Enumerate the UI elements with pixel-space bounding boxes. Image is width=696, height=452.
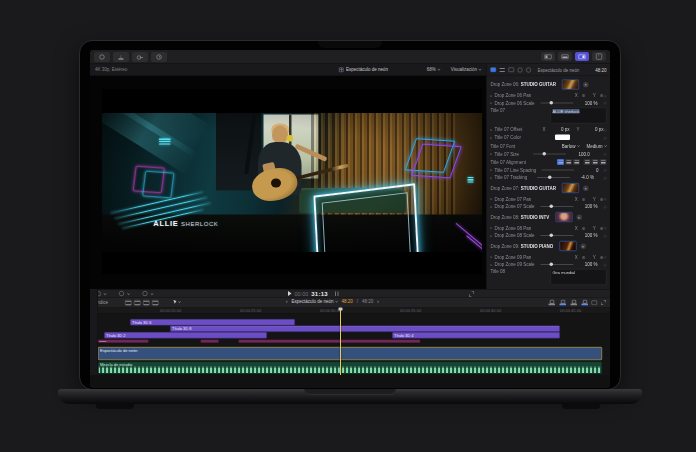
disclosure-icon[interactable]: ▸ xyxy=(491,197,494,201)
browser-layout-button[interactable] xyxy=(541,52,555,61)
disclosure-icon[interactable]: ▸ xyxy=(491,226,494,230)
timeline-project-menu[interactable]: Espectáculo de neón xyxy=(292,299,338,304)
playhead-handle[interactable] xyxy=(339,308,343,311)
keyframe-icon[interactable]: ◇ xyxy=(603,233,606,238)
zoom-menu[interactable]: 68% xyxy=(427,67,440,72)
param-slider[interactable] xyxy=(537,177,570,178)
slider-thumb[interactable] xyxy=(550,101,554,105)
view-menu[interactable]: Visualización xyxy=(451,67,481,72)
keyframe-icon[interactable]: ◇ xyxy=(603,135,606,140)
timeline-clip[interactable]: Pantalla xyxy=(98,340,149,343)
keyframe-icon[interactable]: ◇ xyxy=(603,101,606,106)
append-edit-button[interactable] xyxy=(571,300,578,306)
dropzone-thumbnail[interactable] xyxy=(559,241,576,251)
clip-appearance-icon[interactable] xyxy=(143,300,150,306)
timeline-clip[interactable]: Espectáculo de neón xyxy=(98,347,602,360)
pan-x-control-icon[interactable]: ⊕ xyxy=(582,225,586,230)
playhead[interactable] xyxy=(340,308,341,375)
video-inspector-icon[interactable] xyxy=(491,68,497,73)
video-canvas[interactable]: ALLIESHERLOCK xyxy=(102,89,482,274)
tool-select-menu[interactable] xyxy=(174,300,181,304)
disclosure-icon[interactable]: ▸ xyxy=(491,168,494,172)
clear-media-icon[interactable]: × xyxy=(580,243,586,249)
text-field[interactable]: Gira mundial xyxy=(551,269,607,285)
align-button[interactable] xyxy=(565,159,572,165)
align-button[interactable] xyxy=(584,159,591,165)
keyframe-icon[interactable]: ◇ xyxy=(603,152,606,157)
insert-edit-button[interactable] xyxy=(560,300,567,306)
slider-thumb[interactable] xyxy=(550,262,554,266)
keyframe-icon[interactable]: ◇ xyxy=(603,204,606,209)
timer-menu-button[interactable] xyxy=(143,291,154,296)
param-slider[interactable] xyxy=(540,235,573,236)
forward-button[interactable]: › xyxy=(377,299,379,304)
dropzone-thumbnail[interactable] xyxy=(555,212,572,222)
zoom-fit-icon[interactable] xyxy=(601,300,606,305)
keyframe-icon[interactable]: ◇ xyxy=(603,255,606,260)
generator-inspector-icon[interactable] xyxy=(509,68,515,73)
back-button[interactable]: ‹ xyxy=(286,299,288,304)
import-media-button[interactable] xyxy=(113,52,129,62)
font-family-popup[interactable]: Barlow xyxy=(562,143,580,148)
pan-x-control-icon[interactable]: ⊕ xyxy=(582,196,586,201)
slider-thumb[interactable] xyxy=(550,204,554,208)
timeline-display-icon[interactable] xyxy=(592,300,598,305)
keyframe-icon[interactable]: ◇ xyxy=(603,127,606,132)
disclosure-icon[interactable]: ▸ xyxy=(491,127,494,131)
clear-media-icon[interactable]: × xyxy=(576,214,582,220)
disclosure-icon[interactable]: ▸ xyxy=(491,93,494,97)
pan-x-control-icon[interactable]: ⊕ xyxy=(582,254,586,259)
disclosure-icon[interactable]: ▸ xyxy=(491,262,494,266)
param-slider[interactable] xyxy=(540,264,573,265)
share-button[interactable] xyxy=(592,52,606,61)
audio-inspector-icon[interactable] xyxy=(518,67,523,72)
keyframe-icon[interactable]: ◇ xyxy=(603,226,606,231)
timeline-layout-button[interactable] xyxy=(558,52,572,61)
clip-appearance-icon[interactable] xyxy=(134,300,141,306)
keyframe-icon[interactable]: ◇ xyxy=(603,262,606,267)
slider-thumb[interactable] xyxy=(543,152,547,156)
align-button[interactable] xyxy=(557,159,564,165)
slider-thumb[interactable] xyxy=(548,175,552,179)
font-weight-popup[interactable]: Medium xyxy=(586,143,606,148)
disclosure-icon[interactable]: ▸ xyxy=(491,204,494,208)
param-slider[interactable] xyxy=(541,169,574,170)
fit-to-window-icon[interactable] xyxy=(469,292,474,297)
timeline-clip[interactable]: Mezcla de estudio xyxy=(98,362,602,375)
disclosure-icon[interactable]: ▸ xyxy=(491,101,494,105)
align-button[interactable] xyxy=(573,159,580,165)
timeline-clip[interactable]: Título 3D 2 xyxy=(104,332,267,339)
param-slider[interactable] xyxy=(533,153,566,154)
overwrite-edit-button[interactable] xyxy=(582,300,589,306)
align-button[interactable] xyxy=(592,159,599,165)
inspector-layout-button[interactable] xyxy=(575,52,589,61)
connect-edit-button[interactable] xyxy=(549,300,556,306)
disclosure-icon[interactable]: ▸ xyxy=(491,255,494,259)
keyframe-icon[interactable]: ◇ xyxy=(603,93,606,98)
audio-meter-icon[interactable] xyxy=(335,291,339,296)
keyword-editor-button[interactable] xyxy=(132,52,148,62)
text-inspector-icon[interactable] xyxy=(500,68,506,72)
slider-thumb[interactable] xyxy=(550,233,554,237)
align-button[interactable] xyxy=(600,159,607,165)
dropzone-thumbnail[interactable] xyxy=(562,183,579,193)
clip-appearance-icon[interactable] xyxy=(152,300,159,306)
param-slider[interactable] xyxy=(540,102,573,103)
pan-x-control-icon[interactable]: ⊕ xyxy=(582,93,586,98)
dropzone-thumbnail[interactable] xyxy=(562,80,579,90)
color-swatch[interactable] xyxy=(555,135,570,141)
timeline-clip[interactable] xyxy=(239,340,421,343)
disclosure-icon[interactable]: ▸ xyxy=(491,233,494,237)
text-field[interactable]: ALLIE sherlock xyxy=(551,108,607,124)
keyframe-icon[interactable]: ◇ xyxy=(603,175,606,180)
disclosure-icon[interactable]: ▸ xyxy=(491,175,494,179)
clear-media-icon[interactable]: × xyxy=(583,185,589,191)
disclosure-icon[interactable]: ▸ xyxy=(491,152,494,156)
timeline-clip[interactable] xyxy=(201,340,219,343)
param-slider[interactable] xyxy=(540,206,573,207)
clear-media-icon[interactable]: × xyxy=(583,82,589,88)
timeline-clip[interactable]: Título 3D 4 xyxy=(392,332,560,339)
keyframe-icon[interactable]: ◇ xyxy=(603,197,606,202)
background-tasks-button[interactable] xyxy=(151,52,167,62)
record-button[interactable] xyxy=(94,52,110,62)
